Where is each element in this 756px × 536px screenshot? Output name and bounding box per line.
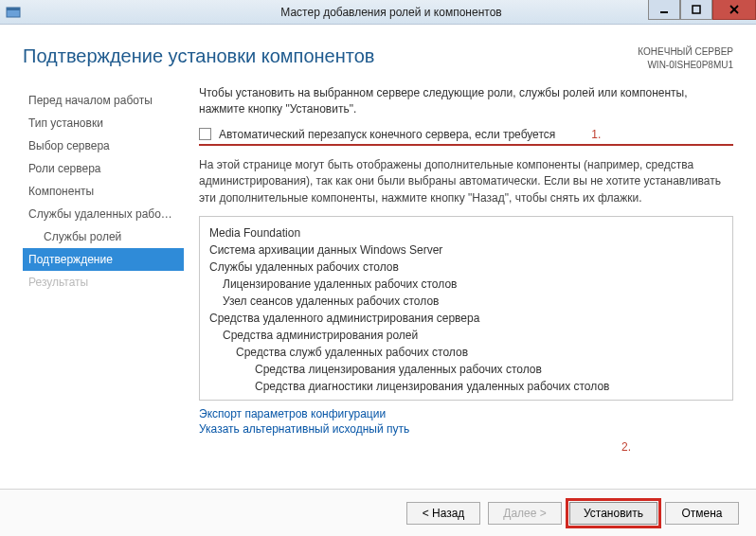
list-item[interactable]: Службы удаленных рабочих столов xyxy=(209,259,723,276)
list-item[interactable]: Лицензирование удаленных рабочих столов xyxy=(223,276,723,293)
sidebar-item-role-services[interactable]: Службы ролей xyxy=(23,225,184,248)
sidebar-item-install-type[interactable]: Тип установки xyxy=(23,112,184,134)
annotation-1: 1. xyxy=(591,128,601,141)
back-button[interactable]: < Назад xyxy=(406,502,480,525)
window-title: Мастер добавления ролей и компонентов xyxy=(27,6,756,19)
sidebar-item-server-roles[interactable]: Роли сервера xyxy=(23,157,184,180)
maximize-button[interactable] xyxy=(680,0,712,20)
window-controls xyxy=(648,0,756,20)
app-icon xyxy=(6,5,21,20)
titlebar: Мастер добавления ролей и компонентов xyxy=(0,0,756,25)
auto-restart-checkbox[interactable] xyxy=(199,128,211,140)
server-info: КОНЕЧНЫЙ СЕРВЕР WIN-0ISHE0P8MU1 xyxy=(638,45,733,72)
server-name: WIN-0ISHE0P8MU1 xyxy=(638,59,733,72)
sidebar-item-features[interactable]: Компоненты xyxy=(23,180,184,203)
list-item[interactable]: Узел сеансов удаленных рабочих столов xyxy=(223,293,723,310)
intro-text: Чтобы установить на выбранном сервере сл… xyxy=(199,85,733,118)
install-button[interactable]: Установить xyxy=(569,502,657,525)
server-label: КОНЕЧНЫЙ СЕРВЕР xyxy=(638,45,733,59)
page-title: Подтверждение установки компонентов xyxy=(23,45,374,67)
list-item[interactable]: Система архивации данных Windows Server xyxy=(209,241,723,259)
auto-restart-row[interactable]: Автоматический перезапуск конечного серв… xyxy=(199,128,733,146)
components-listbox[interactable]: Media FoundationСистема архивации данных… xyxy=(199,216,733,401)
next-button: Далее > xyxy=(488,502,562,525)
wizard-footer: < Назад Далее > Установить Отмена xyxy=(0,489,756,536)
sidebar-item-confirmation[interactable]: Подтверждение xyxy=(23,248,184,271)
list-item[interactable]: Средства администрирования ролей xyxy=(223,327,723,344)
list-item[interactable]: Media Foundation xyxy=(209,224,723,241)
list-item[interactable]: Средства служб удаленных рабочих столов xyxy=(236,344,723,361)
auto-restart-label: Автоматический перезапуск конечного серв… xyxy=(219,128,555,141)
sidebar-item-server-selection[interactable]: Выбор сервера xyxy=(23,134,184,157)
sidebar-item-results: Результаты xyxy=(23,271,184,294)
cancel-button[interactable]: Отмена xyxy=(665,502,739,525)
sidebar-item-rds[interactable]: Службы удаленных рабо… xyxy=(23,203,184,225)
export-config-link[interactable]: Экспорт параметров конфигурации xyxy=(199,406,733,421)
alt-source-link[interactable]: Указать альтернативный исходный путь xyxy=(199,421,733,437)
list-item[interactable]: Средства диагностики лицензирования удал… xyxy=(255,378,723,395)
svg-rect-3 xyxy=(693,6,700,13)
minimize-button[interactable] xyxy=(648,0,680,20)
sidebar-item-before-begin[interactable]: Перед началом работы xyxy=(23,89,184,112)
svg-rect-1 xyxy=(7,8,20,10)
list-item[interactable]: Средства удаленного администрирования се… xyxy=(209,310,723,327)
annotation-2: 2. xyxy=(199,440,733,454)
list-item[interactable]: Средства лицензирования удаленных рабочи… xyxy=(255,361,723,378)
wizard-sidebar: Перед началом работы Тип установки Выбор… xyxy=(23,85,184,489)
close-button[interactable] xyxy=(712,0,756,20)
note-text: На этой странице могут быть отображены д… xyxy=(199,157,733,206)
